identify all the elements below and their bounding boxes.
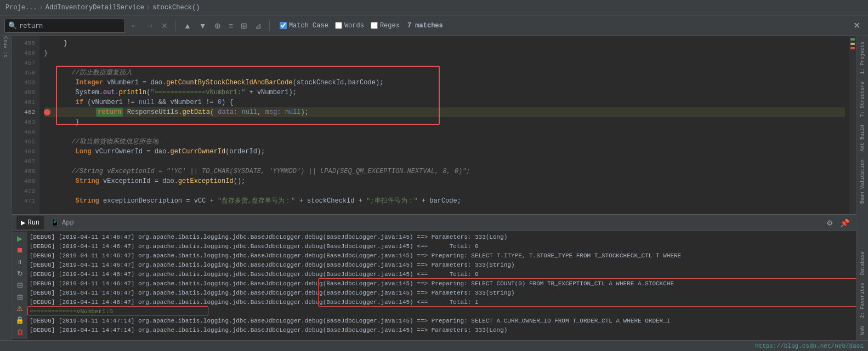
left-panel-tabs: 1: Proje	[0, 36, 12, 340]
bottom-pin-button[interactable]: 📌	[838, 217, 852, 228]
reload-button[interactable]: ↻	[14, 269, 26, 278]
search-divider2	[269, 20, 270, 31]
main-area: 1: Proje 455 456 457 458 459 460 461 462…	[0, 36, 868, 340]
ln-465: 465	[12, 137, 35, 147]
tab-run[interactable]: ▶ Run	[16, 216, 44, 229]
ln-459: 459	[12, 78, 35, 88]
ln-470: 470	[12, 186, 35, 196]
nav-prev-button[interactable]: ←	[128, 20, 140, 31]
log-line-6: [DEBUG] [2019-04-11 14:46:47] org.apache…	[30, 279, 854, 289]
ln-469: 469	[12, 176, 35, 186]
ln-466: 466	[12, 147, 35, 157]
code-scroll-area[interactable]: } } //防止数据重复插入	[39, 36, 849, 214]
match-case-label: Match Case	[289, 22, 328, 30]
breadcrumb-sep1: ›	[39, 4, 43, 11]
clear-log-button[interactable]: 🗑	[14, 327, 26, 337]
code-line-462: return ResponseUtils.getData( data: null…	[44, 107, 845, 117]
code-content[interactable]: } } //防止数据重复插入	[39, 36, 849, 208]
collapse-button[interactable]: ⊟	[14, 280, 26, 290]
right-tab-structure[interactable]: 7: Structure	[859, 78, 866, 120]
regex-label: Regex	[380, 22, 400, 30]
match-case-checkbox[interactable]	[280, 22, 287, 29]
bottom-panel: ▶ Run 📱 App ⚙ 📌 ▶	[12, 214, 856, 340]
search-lines-button[interactable]: ≡	[226, 20, 235, 31]
code-line-456: }	[44, 48, 845, 58]
stop-button[interactable]: ⏹	[14, 245, 26, 255]
code-editor: 455 456 457 458 459 460 461 462 463 464 …	[12, 36, 856, 340]
match-count: 7 matches	[407, 22, 443, 30]
right-tab-projects[interactable]: 1: Projects	[859, 38, 866, 77]
right-tab-web[interactable]: Web	[859, 323, 866, 338]
search-context-button[interactable]: ⊞	[239, 20, 249, 31]
right-tab-database[interactable]: Database	[859, 248, 866, 278]
regex-option[interactable]: Regex	[371, 22, 400, 30]
breadcrumb-bar: Proje... › AddInventoryDetailService › s…	[0, 0, 868, 15]
tab-app[interactable]: 📱 App	[46, 216, 78, 229]
regex-checkbox[interactable]	[371, 22, 378, 29]
search-funnel-button[interactable]: ⊿	[253, 20, 264, 31]
sidebar-tab-project[interactable]: 1: Proje	[0, 38, 13, 53]
log-line-5: [DEBUG] [2019-04-11 14:46:47] org.apache…	[30, 270, 854, 279]
code-line-471: String exceptionDescription = vCC + "盘存多…	[44, 196, 845, 206]
right-tab-favorites[interactable]: 2: Favorites	[859, 279, 866, 321]
breadcrumb-service: AddInventoryDetailService	[46, 4, 144, 11]
right-panel-tabs: 1: Projects 7: Structure Ant Build Bean …	[856, 36, 868, 340]
log-line-1: [DEBUG] [2019-04-11 14:46:47] org.apache…	[30, 233, 854, 242]
log-line-3: [DEBUG] [2019-04-11 14:46:47] org.apache…	[30, 251, 854, 261]
code-line-461: if (vNumber1 != null && vNumber1 != 0) {	[44, 97, 845, 107]
words-option[interactable]: Words	[335, 22, 364, 30]
code-line-468: //String vExceptionId = "'YC' || TO_CHAR…	[44, 166, 845, 176]
expand-button[interactable]: ⊞	[14, 292, 26, 302]
words-label: Words	[344, 22, 364, 30]
minimap	[849, 36, 856, 214]
search-input[interactable]	[19, 22, 101, 30]
log-line-2: [DEBUG] [2019-04-11 14:46:47] org.apache…	[30, 242, 854, 251]
bottom-settings-button[interactable]: ⚙	[824, 217, 836, 228]
return-keyword-highlight: return	[96, 108, 123, 117]
clear-search-button[interactable]: ✕	[159, 20, 170, 31]
code-line-459: Integer vNumber1 = dao.getCountByStockCh…	[44, 78, 845, 88]
pause-button[interactable]: ⏸	[14, 257, 26, 267]
code-line-467	[44, 157, 845, 166]
app-icon: 📱	[50, 218, 60, 227]
code-line-463: }	[44, 117, 845, 127]
search-input-wrap[interactable]: 🔍	[4, 19, 125, 33]
status-bar: https://blog.csdn.net/neb/dao1	[0, 340, 868, 351]
scroll-lock-button[interactable]: 🔒	[14, 315, 26, 325]
search-options: Match Case Words Regex	[280, 22, 400, 30]
ln-458: 458	[12, 68, 35, 78]
code-line-469: String vExceptionId = dao.getExceptionId…	[44, 176, 845, 186]
minimap-indicator-orange	[850, 43, 855, 45]
ln-463: 463	[12, 117, 35, 127]
search-icon: 🔍	[8, 21, 17, 30]
ln-471: 471	[12, 196, 35, 206]
right-tab-ant-build[interactable]: Ant Build	[859, 122, 866, 155]
run-button[interactable]: ▶	[14, 234, 26, 243]
words-checkbox[interactable]	[335, 22, 342, 29]
search-divider	[175, 20, 176, 31]
code-panel: 455 456 457 458 459 460 461 462 463 464 …	[12, 36, 856, 214]
bottom-controls: ⚙ 📌	[824, 217, 852, 228]
right-tab-bean-validation[interactable]: Bean Validation	[859, 156, 866, 207]
line-numbers: 455 456 457 458 459 460 461 462 463 464 …	[12, 36, 39, 214]
nav-next-button[interactable]: →	[144, 20, 156, 31]
ln-456: 456	[12, 48, 35, 58]
ln-455: 455	[12, 38, 35, 48]
run-controls: ▶ ⏹ ⏸ ↻ ⊟ ⊞ ⚠ 🔒 🗑	[12, 232, 27, 339]
log-line-7: [DEBUG] [2019-04-11 14:46:47] org.apache…	[30, 289, 854, 298]
close-search-button[interactable]: ✕	[850, 19, 864, 32]
breakpoint-indicator	[44, 109, 50, 116]
log-line-10: [DEBUG] [2019-04-11 14:47:14] org.apache…	[30, 317, 854, 326]
log-line-9: =============vNumber1:0	[30, 307, 854, 317]
log-output[interactable]: [DEBUG] [2019-04-11 14:46:47] org.apache…	[27, 232, 856, 339]
code-line-458: //防止数据重复插入	[44, 68, 845, 78]
code-line-455: }	[44, 38, 845, 48]
scroll-down-button[interactable]: ▼	[197, 20, 209, 31]
warning-button[interactable]: ⚠	[14, 304, 26, 313]
code-line-460: System.out.println("=============vNumber…	[44, 88, 845, 97]
tab-app-label: App	[62, 219, 74, 227]
scroll-up-button[interactable]: ▲	[181, 20, 194, 31]
ln-464: 464	[12, 127, 35, 137]
match-case-option[interactable]: Match Case	[280, 22, 328, 30]
search-filter-button[interactable]: ⊕	[212, 20, 223, 31]
